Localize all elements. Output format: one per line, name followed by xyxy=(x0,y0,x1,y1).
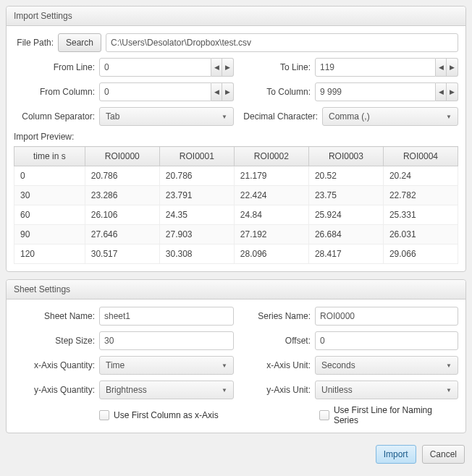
table-cell: 20.52 xyxy=(308,166,383,186)
step-size-label: Step Size: xyxy=(14,336,95,346)
first-col-checkbox[interactable] xyxy=(99,410,109,420)
y-qty-label: y-Axis Quantity: xyxy=(14,385,95,395)
table-cell: 28.096 xyxy=(234,245,308,264)
x-qty-label: x-Axis Quantity: xyxy=(14,360,95,370)
table-cell: 22.782 xyxy=(383,186,458,205)
chevron-left-icon[interactable]: ◀ xyxy=(211,83,222,101)
x-qty-select[interactable]: Time xyxy=(99,356,234,375)
file-path-label: File Path: xyxy=(14,38,54,48)
to-col-label: To Column: xyxy=(238,87,311,97)
table-header: ROI0001 xyxy=(159,147,234,166)
table-cell: 25.331 xyxy=(383,205,458,225)
table-cell: 30 xyxy=(14,186,85,205)
chevron-left-icon[interactable]: ◀ xyxy=(436,83,447,101)
y-qty-select[interactable]: Brightness xyxy=(99,381,234,399)
import-settings-title: Import Settings xyxy=(7,7,465,26)
table-cell: 24.84 xyxy=(234,205,308,225)
chevron-right-icon[interactable]: ▶ xyxy=(447,59,458,76)
chevron-left-icon[interactable]: ◀ xyxy=(211,59,222,76)
chevron-right-icon[interactable]: ▶ xyxy=(447,83,458,101)
table-cell: 90 xyxy=(14,225,85,245)
dec-char-label: Decimal Character: xyxy=(238,111,318,122)
from-col-label: From Column: xyxy=(14,87,95,97)
table-cell: 26.106 xyxy=(85,205,159,225)
series-name-label: Series Name: xyxy=(238,311,311,321)
table-cell: 27.646 xyxy=(85,225,159,245)
col-sep-select[interactable]: Tab xyxy=(99,107,234,126)
import-button[interactable]: Import xyxy=(376,445,416,464)
table-header: ROI0003 xyxy=(308,147,383,166)
sheet-name-input[interactable] xyxy=(99,307,234,326)
first-line-checkbox-label: Use First Line for Naming Series xyxy=(334,405,458,425)
table-cell: 27.192 xyxy=(234,225,308,245)
table-cell: 60 xyxy=(14,205,85,225)
table-cell: 26.684 xyxy=(308,225,383,245)
table-cell: 0 xyxy=(14,166,85,186)
y-unit-label: y-Axis Unit: xyxy=(238,385,311,395)
to-line-spinner[interactable]: ◀ ▶ xyxy=(315,58,458,77)
from-col-input[interactable] xyxy=(99,82,211,101)
dialog-footer: Import Cancel xyxy=(6,441,466,464)
table-cell: 24.35 xyxy=(159,205,234,225)
table-header: ROI0002 xyxy=(234,147,308,166)
table-cell: 23.791 xyxy=(159,186,234,205)
sheet-name-label: Sheet Name: xyxy=(14,311,95,321)
from-line-label: From Line: xyxy=(14,62,95,72)
table-row: 6026.10624.3524.8425.92425.331 xyxy=(14,205,458,225)
table-cell: 22.424 xyxy=(234,186,308,205)
table-cell: 20.24 xyxy=(383,166,458,186)
first-line-checkbox[interactable] xyxy=(319,410,329,420)
table-header: ROI0000 xyxy=(85,147,159,166)
table-header: time in s xyxy=(14,147,85,166)
file-path-input[interactable] xyxy=(106,33,458,52)
import-preview-label: Import Preview: xyxy=(14,132,458,142)
table-cell: 30.308 xyxy=(159,245,234,264)
table-cell: 23.286 xyxy=(85,186,159,205)
chevron-right-icon[interactable]: ▶ xyxy=(222,83,233,101)
first-col-checkbox-label: Use First Column as x-Axis xyxy=(114,410,219,420)
table-cell: 21.179 xyxy=(234,166,308,186)
step-size-input[interactable] xyxy=(99,331,234,350)
sheet-settings-panel: Sheet Settings Sheet Name: Series Name: … xyxy=(6,279,466,433)
cancel-button[interactable]: Cancel xyxy=(422,445,465,464)
to-line-input[interactable] xyxy=(315,58,436,77)
sheet-settings-title: Sheet Settings xyxy=(7,280,465,299)
table-header: ROI0004 xyxy=(383,147,458,166)
to-col-input[interactable] xyxy=(315,82,436,101)
from-line-input[interactable] xyxy=(99,58,211,77)
series-name-input[interactable] xyxy=(315,307,458,326)
offset-label: Offset: xyxy=(238,336,311,346)
x-unit-label: x-Axis Unit: xyxy=(238,360,311,370)
to-col-spinner[interactable]: ◀ ▶ xyxy=(315,82,458,101)
table-row: 3023.28623.79122.42423.7522.782 xyxy=(14,186,458,205)
table-cell: 120 xyxy=(14,245,85,264)
y-unit-select[interactable]: Unitless xyxy=(315,381,458,399)
table-cell: 26.031 xyxy=(383,225,458,245)
import-settings-panel: Import Settings File Path: Search From L… xyxy=(6,6,466,272)
to-line-label: To Line: xyxy=(238,62,311,72)
table-cell: 20.786 xyxy=(85,166,159,186)
table-cell: 30.517 xyxy=(85,245,159,264)
table-cell: 29.066 xyxy=(383,245,458,264)
dec-char-select[interactable]: Comma (,) xyxy=(322,107,458,126)
from-line-spinner[interactable]: ◀ ▶ xyxy=(99,58,234,77)
from-col-spinner[interactable]: ◀ ▶ xyxy=(99,82,234,101)
table-cell: 28.417 xyxy=(308,245,383,264)
offset-input[interactable] xyxy=(315,331,458,350)
table-cell: 23.75 xyxy=(308,186,383,205)
x-unit-select[interactable]: Seconds xyxy=(315,356,458,375)
table-cell: 27.903 xyxy=(159,225,234,245)
chevron-left-icon[interactable]: ◀ xyxy=(436,59,447,76)
chevron-right-icon[interactable]: ▶ xyxy=(222,59,233,76)
import-preview-table: time in sROI0000ROI0001ROI0002ROI0003ROI… xyxy=(14,146,458,264)
table-cell: 25.924 xyxy=(308,205,383,225)
table-row: 9027.64627.90327.19226.68426.031 xyxy=(14,225,458,245)
col-sep-label: Column Separator: xyxy=(14,111,95,122)
table-cell: 20.786 xyxy=(159,166,234,186)
search-button[interactable]: Search xyxy=(58,33,101,52)
table-row: 020.78620.78621.17920.5220.24 xyxy=(14,166,458,186)
table-row: 12030.51730.30828.09628.41729.066 xyxy=(14,245,458,264)
